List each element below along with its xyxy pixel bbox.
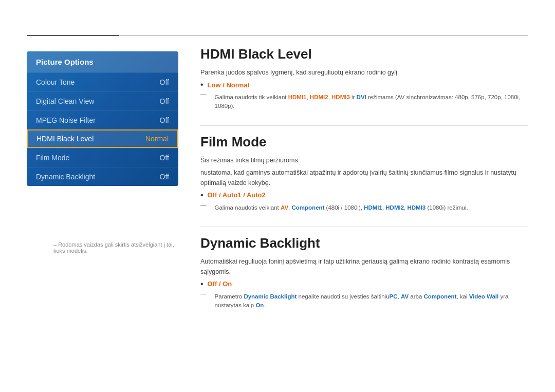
menu-item-digital-clean-view[interactable]: Digital Clean ViewOff <box>27 91 178 110</box>
picture-options-title: Picture Options <box>27 51 178 72</box>
menu-items-list: Colour ToneOffDigital Clean ViewOffMPEG … <box>27 72 178 186</box>
note-highlight-blue: HDMI2 <box>385 204 404 211</box>
note-block-dynamic-backlight: —Parametro Dynamic Backlight negalite na… <box>200 290 528 310</box>
note-highlight-orange: AV <box>281 204 288 211</box>
section-title-hdmi-black-level: HDMI Black Level <box>200 46 528 62</box>
bullet-dot-icon: • <box>200 81 203 89</box>
section-title-dynamic-backlight: Dynamic Backlight <box>200 235 528 251</box>
em-dash-icon: — <box>200 91 207 97</box>
menu-item-film-mode[interactable]: Film ModeOff <box>27 148 178 167</box>
section-divider <box>200 227 528 227</box>
section-dynamic-backlight: Dynamic BacklightAutomatiškai reguliuoja… <box>200 235 528 310</box>
note-highlight-blue: Video Wall <box>469 293 499 300</box>
menu-item-label: MPEG Noise Filter <box>36 116 96 124</box>
menu-item-value: Off <box>160 154 169 162</box>
menu-item-hdmi-black-level[interactable]: HDMI Black LevelNormal <box>27 129 178 148</box>
note-line-dynamic-backlight: Parametro Dynamic Backlight negalite nau… <box>211 292 529 310</box>
menu-item-value: Off <box>160 173 169 181</box>
note-highlight-blue: DVI <box>357 94 366 100</box>
note-highlight-orange: HDMI1 <box>288 94 307 100</box>
note-block-hdmi-black-level: —Galima naudotis tik veikiant HDMI1, HDM… <box>200 91 528 111</box>
menu-item-label: Digital Clean View <box>36 97 94 105</box>
section-body-dynamic-backlight: Automatiškai reguliuoja foninį apšvietim… <box>200 256 528 277</box>
bullet-list-film-mode: •Off / Auto1 / Auto2 <box>200 191 528 199</box>
em-dash-icon: — <box>200 201 207 208</box>
section-title-film-mode: Film Mode <box>200 134 528 150</box>
section-body-film-mode: Šis režimas tinka filmų peržiūroms. <box>200 155 528 165</box>
note-highlight-blue: On <box>255 302 264 308</box>
note-line-hdmi-black-level: Galima naudotis tik veikiant HDMI1, HDMI… <box>211 93 529 111</box>
bullet-item: •Off / On <box>200 280 528 288</box>
note-block-film-mode: —Galima naudotis veikiant AV, Component … <box>200 201 528 212</box>
bullet-list-dynamic-backlight: •Off / On <box>200 280 528 288</box>
menu-item-label: HDMI Black Level <box>36 135 94 143</box>
note-highlight-blue: AV <box>401 293 409 300</box>
note-highlight-blue: PC <box>390 293 398 300</box>
bullet-highlight: Low / Normal <box>208 81 250 89</box>
note-highlight-blue: HDMI3 <box>407 204 425 211</box>
menu-item-value: Off <box>160 116 169 124</box>
bullet-item: •Off / Auto1 / Auto2 <box>200 191 528 199</box>
bullet-list-hdmi-black-level: •Low / Normal <box>200 81 528 89</box>
menu-item-dynamic-backlight[interactable]: Dynamic BacklightOff <box>27 167 178 186</box>
bullet-dot-icon: • <box>200 280 203 288</box>
footer-note: – Rodomas vaizdas gali skirtis atsižvelg… <box>53 241 178 254</box>
menu-item-colour-tone[interactable]: Colour ToneOff <box>27 72 178 91</box>
note-highlight-orange: HDMI3 <box>331 94 350 100</box>
section-hdmi-black-level: HDMI Black LevelParenka juodos spalvos l… <box>200 46 528 111</box>
section-body-hdmi-black-level: Parenka juodos spalvos lygmenį, kad sure… <box>200 67 528 78</box>
menu-item-label: Film Mode <box>36 154 69 162</box>
bullet-highlight: Off / Auto1 / Auto2 <box>208 191 266 199</box>
section-divider <box>200 125 528 126</box>
picture-options-box: Picture Options Colour ToneOffDigital Cl… <box>27 51 178 186</box>
top-decorative-line <box>27 35 528 36</box>
menu-item-label: Colour Tone <box>36 78 75 86</box>
bullet-item: •Low / Normal <box>200 81 528 89</box>
bullet-dot-icon: • <box>200 191 203 199</box>
note-highlight-blue: Component <box>292 204 325 211</box>
menu-item-mpeg-noise-filter[interactable]: MPEG Noise FilterOff <box>27 110 178 129</box>
em-dash-icon: — <box>200 290 207 296</box>
note-line-film-mode: Galima naudotis veikiant AV, Component (… <box>211 203 468 212</box>
menu-item-value: Off <box>160 78 169 86</box>
bullet-highlight: Off / On <box>208 280 232 288</box>
menu-item-label: Dynamic Backlight <box>36 173 95 181</box>
note-highlight-blue: Component <box>424 293 457 300</box>
right-content-panel: HDMI Black LevelParenka juodos spalvos l… <box>200 46 528 324</box>
note-highlight-blue: Dynamic Backlight <box>244 293 297 300</box>
section-body2-film-mode: nustatoma, kad gaminys automatiškai atpa… <box>200 167 528 188</box>
menu-item-value: Normal <box>145 135 169 143</box>
note-highlight-blue: HDMI1 <box>364 204 382 211</box>
note-highlight-orange: HDMI2 <box>310 94 328 100</box>
left-menu-panel: Picture Options Colour ToneOffDigital Cl… <box>27 51 178 186</box>
menu-item-value: Off <box>160 97 169 105</box>
section-film-mode: Film ModeŠis režimas tinka filmų peržiūr… <box>200 134 528 212</box>
